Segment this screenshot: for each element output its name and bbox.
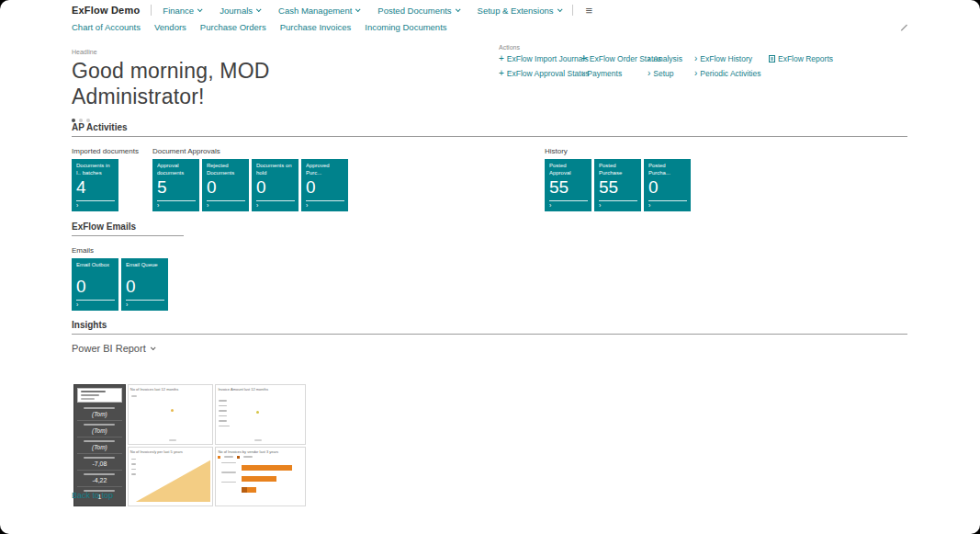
- powerbi-embedded-report[interactable]: (Tom) (Tom) (Tom) -7,08 -4,22 1 No of In…: [73, 384, 306, 506]
- actions-grid: +ExFlow Import Journals +ExFlow Order St…: [499, 54, 833, 78]
- cue-value: 0: [648, 178, 687, 196]
- cue-label: Rejected Documents: [207, 163, 245, 177]
- chevron-right-icon: ›: [581, 70, 584, 77]
- cue-label: Posted Purcha... Memos: [648, 163, 687, 177]
- section-title[interactable]: ExFlow Emails: [72, 222, 907, 232]
- menu-posted-documents[interactable]: Posted Documents: [377, 6, 458, 16]
- action-setup[interactable]: ›Setup: [648, 69, 694, 78]
- action-periodic-activities[interactable]: ›Periodic Activities: [694, 69, 769, 78]
- link-incoming-documents[interactable]: Incoming Documents: [365, 22, 446, 32]
- chevron-right-icon: ›: [648, 55, 650, 62]
- top-navigation-bar: ExFlow Demo Finance Journals Cash Manage…: [0, 0, 980, 20]
- actions-label: Actions: [499, 44, 833, 51]
- chevron-down-icon: [355, 6, 361, 12]
- section-insights: Insights Power BI Report (Tom) (Tom) (To…: [72, 320, 907, 354]
- chart-legend: [216, 455, 305, 460]
- more-menu-icon[interactable]: ≡: [586, 4, 593, 17]
- action-exflow-import-journals[interactable]: +ExFlow Import Journals: [499, 54, 581, 63]
- cue-tile-rejected-documents[interactable]: Rejected Documents 0 ›: [202, 159, 249, 211]
- cue-tile-posted-approval-documents[interactable]: Posted Approval Documents 55 ›: [545, 159, 591, 211]
- cue-value: 0: [306, 178, 344, 196]
- action-exflow-history[interactable]: ›ExFlow History: [694, 54, 769, 63]
- link-purchase-invoices[interactable]: Purchase Invoices: [280, 22, 352, 32]
- action-payments[interactable]: ›Payments: [581, 69, 648, 78]
- cue-label: Documents in I.. batches: [76, 163, 115, 177]
- cue-open-chevron: ›: [256, 200, 295, 209]
- action-analysis[interactable]: ›Analysis: [648, 54, 694, 63]
- cue-open-chevron: ›: [306, 200, 344, 209]
- cue-open-chevron: ›: [599, 200, 637, 209]
- action-exflow-order-status[interactable]: +ExFlow Order Status: [581, 54, 648, 63]
- chevron-down-icon: [151, 345, 156, 350]
- link-purchase-orders[interactable]: Purchase Orders: [200, 22, 266, 32]
- cue-label: Approved Purc... Documents: [306, 163, 344, 177]
- action-exflow-reports[interactable]: ExFlow Reports: [769, 54, 833, 63]
- section-title[interactable]: Insights: [72, 320, 907, 330]
- cue-open-chevron: ›: [126, 300, 164, 308]
- cue-value: 55: [549, 178, 588, 196]
- kpi-card: -7,08: [77, 454, 122, 471]
- cue-group-imported-documents: Imported documents Documents in I.. batc…: [72, 147, 139, 211]
- cue-tile-posted-purchase-memos[interactable]: Posted Purcha... Memos 0 ›: [644, 159, 691, 211]
- kpi-card: (Tom): [77, 421, 122, 437]
- app-title[interactable]: ExFlow Demo: [72, 5, 140, 16]
- cue-label: Documents on hold: [256, 163, 295, 177]
- chevron-down-icon: [455, 6, 460, 12]
- cue-label: Posted Approval Documents: [549, 163, 588, 177]
- chart-invoices-per-year[interactable]: No of Invoices/y per last 5 years: [128, 447, 214, 507]
- powerbi-report-selector[interactable]: Power BI Report: [72, 343, 907, 354]
- cue-group-document-approvals: Document Approvals Approval documents 5 …: [152, 147, 348, 211]
- cue-open-chevron: ›: [157, 200, 196, 209]
- kpi-card: (Tom): [77, 437, 122, 454]
- back-to-top-link[interactable]: Back to top: [72, 491, 113, 500]
- section-title[interactable]: AP Activities: [72, 122, 907, 132]
- cue-tile-approval-documents[interactable]: Approval documents 5 ›: [152, 159, 199, 211]
- link-vendors[interactable]: Vendors: [154, 22, 186, 32]
- cue-tile-documents-on-hold[interactable]: Documents on hold 0 ›: [252, 159, 299, 211]
- headline-block: Headline Good morning, MOD Administrator…: [72, 49, 467, 122]
- cue-group-label: Imported documents: [72, 147, 139, 155]
- chart-invoice-amount-last-12-months[interactable]: Invoice Amount last 12 months: [215, 384, 306, 445]
- cue-label: Email Queue: [126, 262, 164, 277]
- cue-value: 0: [126, 278, 164, 295]
- cue-open-chevron: ›: [648, 200, 687, 209]
- menu-setup-extensions[interactable]: Setup & Extensions: [478, 6, 561, 16]
- cue-open-chevron: ›: [549, 200, 588, 209]
- report-icon: [769, 55, 775, 62]
- chevron-down-icon: [197, 6, 203, 12]
- cue-tile-documents-in-batches[interactable]: Documents in I.. batches 4 ›: [72, 159, 118, 211]
- cue-open-chevron: ›: [76, 300, 115, 308]
- section-ap-activities: AP Activities Imported documents Documen…: [72, 122, 907, 211]
- cue-group-label: History: [545, 147, 691, 155]
- link-chart-of-accounts[interactable]: Chart of Accounts: [72, 22, 141, 32]
- action-exflow-approval-status[interactable]: +ExFlow Approval Status: [499, 69, 581, 78]
- cue-tile-email-queue[interactable]: Email Queue 0 ›: [121, 258, 168, 311]
- cue-tile-email-outbox[interactable]: Email Outbox 0 ›: [72, 258, 118, 311]
- plus-icon: +: [581, 55, 587, 62]
- menu-cash-management[interactable]: Cash Management: [278, 6, 359, 16]
- chart-invoices-by-vendor[interactable]: No of Invoices by vendor last 3 years: [215, 447, 306, 507]
- powerbi-company-slicer[interactable]: [77, 388, 122, 403]
- cue-tile-posted-purchase-invoices[interactable]: Posted Purchase Invoices 55 ›: [594, 159, 641, 211]
- cue-value: 0: [207, 178, 245, 196]
- edit-pencil-icon[interactable]: [899, 22, 908, 31]
- bar-series: [242, 462, 301, 495]
- chevron-right-icon: ›: [648, 70, 650, 77]
- cue-value: 0: [76, 278, 115, 295]
- section-divider: [72, 235, 184, 236]
- cue-value: 0: [256, 178, 295, 196]
- cue-label: Posted Purchase Invoices: [599, 163, 637, 177]
- chart-invoices-last-12-months[interactable]: No of Invoices last 12 months: [128, 384, 214, 445]
- divider: [151, 5, 152, 16]
- cue-group-history: History Posted Approval Documents 55 › P…: [545, 147, 691, 211]
- app-window: ExFlow Demo Finance Journals Cash Manage…: [0, 0, 980, 534]
- kpi-card: -4,22: [77, 471, 122, 487]
- kpi-card: (Tom): [77, 404, 122, 421]
- menu-finance[interactable]: Finance: [163, 6, 201, 16]
- cue-value: 4: [76, 178, 115, 196]
- menu-journals[interactable]: Journals: [220, 6, 260, 16]
- main-menu: Finance Journals Cash Management Posted …: [163, 6, 560, 16]
- cue-tile-approved-purchase-documents[interactable]: Approved Purc... Documents 0 ›: [301, 159, 348, 211]
- chevron-right-icon: ›: [694, 55, 697, 62]
- greeting-title: Good morning, MOD Administrator!: [72, 59, 467, 109]
